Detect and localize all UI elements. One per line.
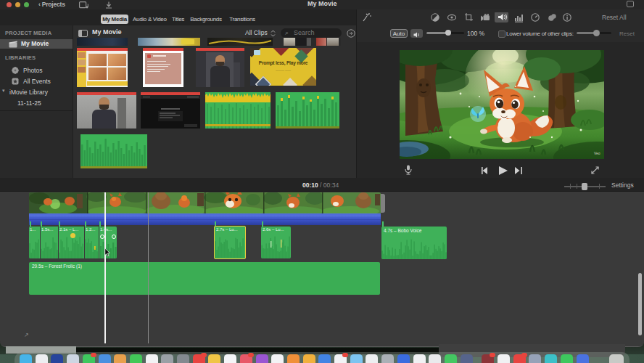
svg-text:Veo: Veo: [594, 151, 600, 155]
